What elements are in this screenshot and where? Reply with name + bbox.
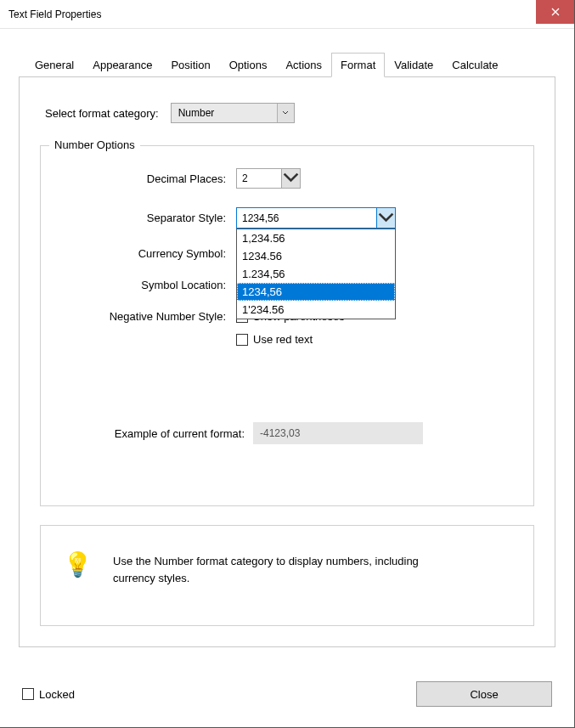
separator-dropdown-list: 1,234.56 1234.56 1.234,56 1234,56 1'234.…: [236, 229, 396, 319]
dialog-window: Text Field Properties General Appearance…: [0, 0, 575, 728]
window-title: Text Field Properties: [8, 8, 101, 20]
locked-checkbox-row[interactable]: Locked: [22, 688, 75, 701]
tab-format[interactable]: Format: [331, 53, 385, 77]
separator-label: Separator Style:: [58, 212, 236, 224]
chevron-down-icon: [277, 104, 294, 122]
decimal-places-stepper[interactable]: 2: [236, 168, 301, 189]
separator-option[interactable]: 1,234.56: [237, 229, 395, 247]
separator-option[interactable]: 1'234.56: [237, 301, 395, 319]
tab-panel-format: Select format category: Number Number Op…: [19, 76, 555, 647]
titlebar: Text Field Properties: [0, 0, 574, 29]
locked-label: Locked: [39, 688, 75, 701]
tab-general[interactable]: General: [25, 53, 83, 76]
checkbox-icon: [236, 334, 248, 346]
info-box: 💡 Use the Number format category to disp…: [40, 525, 534, 626]
tab-strip: General Appearance Position Options Acti…: [25, 53, 555, 76]
separator-option[interactable]: 1234,56: [237, 283, 395, 301]
fieldset-legend: Number Options: [49, 138, 140, 151]
row-example: Example of current format: -4123,03: [58, 422, 516, 444]
tab-actions[interactable]: Actions: [276, 53, 331, 76]
example-value: -4123,03: [253, 422, 423, 444]
use-red-text-checkbox-row[interactable]: Use red text: [236, 333, 313, 346]
use-red-text-label: Use red text: [253, 333, 313, 346]
negative-label: Negative Number Style:: [58, 310, 236, 323]
decimal-label: Decimal Places:: [58, 172, 236, 185]
category-label: Select format category:: [45, 107, 159, 120]
close-button[interactable]: Close: [416, 681, 552, 707]
lightbulb-icon: 💡: [63, 553, 93, 577]
row-separator: Separator Style: 1234,56 1,234.56 1234.5…: [58, 207, 516, 229]
dialog-body: General Appearance Position Options Acti…: [0, 29, 574, 661]
separator-combo[interactable]: 1234,56 1,234.56 1234.56 1.234,56 1234,5…: [236, 207, 396, 229]
number-options-group: Number Options Decimal Places: 2 Separat…: [40, 145, 534, 506]
checkbox-icon: [22, 688, 34, 700]
row-decimal: Decimal Places: 2: [58, 168, 516, 189]
category-select-value: Number: [178, 107, 277, 119]
info-text: Use the Number format category to displa…: [113, 553, 436, 586]
dialog-footer: Locked Close: [0, 681, 574, 727]
symbol-location-label: Symbol Location:: [58, 279, 236, 291]
example-label: Example of current format:: [58, 427, 253, 440]
close-icon: [551, 8, 560, 16]
decimal-value: 2: [237, 169, 281, 188]
separator-combo-box[interactable]: 1234,56: [236, 207, 396, 229]
row-category: Select format category: Number: [45, 103, 534, 123]
separator-value: 1234,56: [242, 212, 279, 224]
category-select[interactable]: Number: [171, 103, 295, 123]
tab-validate[interactable]: Validate: [385, 53, 443, 76]
tab-appearance[interactable]: Appearance: [83, 53, 161, 76]
separator-option[interactable]: 1.234,56: [237, 265, 395, 283]
chevron-down-icon: [281, 169, 300, 188]
separator-option[interactable]: 1234.56: [237, 247, 395, 265]
currency-label: Currency Symbol:: [58, 247, 236, 260]
tab-position[interactable]: Position: [161, 53, 219, 76]
chevron-down-icon: [376, 208, 395, 228]
close-window-button[interactable]: [536, 0, 574, 24]
close-button-label: Close: [470, 688, 498, 701]
tab-options[interactable]: Options: [220, 53, 277, 76]
tab-calculate[interactable]: Calculate: [443, 53, 507, 76]
row-negative-2: Use red text: [58, 333, 516, 346]
